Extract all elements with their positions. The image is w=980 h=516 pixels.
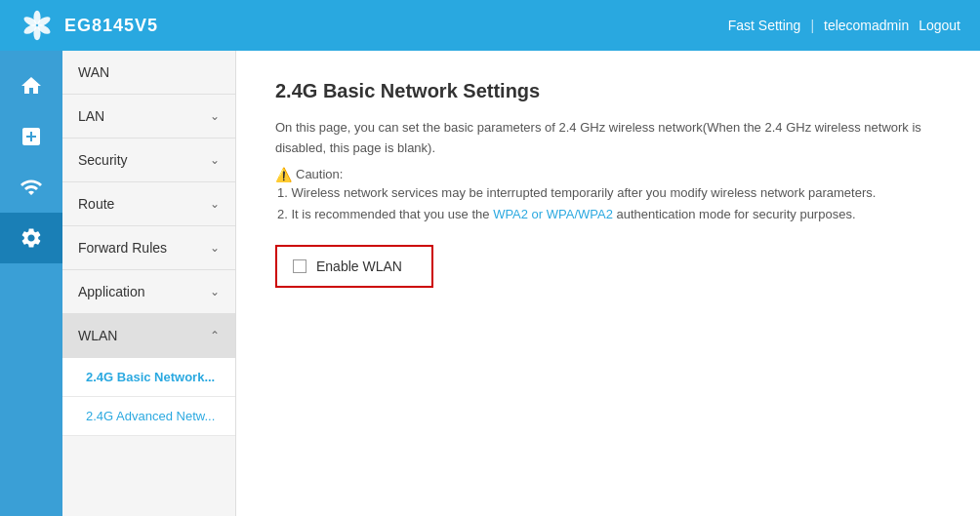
add-icon [20, 125, 43, 148]
nav-item-lan[interactable]: LAN ⌄ [62, 95, 235, 139]
huawei-logo-icon [20, 8, 55, 43]
header-divider: | [810, 18, 814, 33]
page-description: On this page, you can set the basic para… [275, 118, 941, 159]
sidebar-icon-add[interactable] [0, 111, 62, 162]
chevron-down-icon: ⌄ [210, 197, 220, 211]
content-area: 2.4G Basic Network Settings On this page… [236, 51, 980, 516]
nav-item-wan[interactable]: WAN [62, 51, 235, 95]
nav-sidebar: WAN LAN ⌄ Security ⌄ Route ⌄ Forward Rul… [62, 51, 236, 516]
nav-item-application-label: Application [78, 284, 145, 299]
nav-item-forward-rules[interactable]: Forward Rules ⌄ [62, 226, 235, 270]
nav-item-security[interactable]: Security ⌄ [62, 139, 235, 182]
app-title: EG8145V5 [64, 16, 158, 36]
nav-item-route-label: Route [78, 196, 114, 212]
caution-list: 1. Wireless network services may be inte… [275, 182, 941, 225]
enable-wlan-label: Enable WLAN [316, 258, 402, 274]
sidebar-icon-home[interactable] [0, 60, 62, 111]
wpa2-link: WPA2 or WPA/WPA2 [493, 207, 613, 221]
gear-icon [20, 226, 43, 250]
header: EG8145V5 Fast Setting | telecomadmin Log… [0, 0, 980, 51]
warning-icon: ⚠️ [275, 167, 292, 182]
signal-icon [20, 176, 43, 199]
fast-setting-link[interactable]: Fast Setting [728, 18, 801, 33]
nav-sub-item-2g-advanced[interactable]: 2.4G Advanced Netw... [62, 397, 235, 436]
chevron-down-icon: ⌄ [210, 285, 220, 298]
nav-sub-item-2g-basic-label: 2.4G Basic Network... [86, 370, 215, 384]
home-icon [20, 74, 43, 98]
enable-wlan-checkbox[interactable] [293, 259, 306, 273]
nav-sub-item-2g-basic[interactable]: 2.4G Basic Network... [62, 358, 235, 397]
nav-item-security-label: Security [78, 152, 128, 168]
enable-wlan-box[interactable]: Enable WLAN [275, 245, 433, 288]
nav-sub-item-2g-advanced-label: 2.4G Advanced Netw... [86, 409, 215, 423]
logout-link[interactable]: Logout [919, 18, 960, 33]
nav-item-wlan[interactable]: WLAN ⌃ [62, 314, 235, 358]
caution-title: ⚠️ Caution: [275, 167, 941, 182]
nav-item-forward-rules-label: Forward Rules [78, 240, 167, 256]
sidebar-icon-status[interactable] [0, 162, 62, 213]
sidebar-icon-settings[interactable] [0, 213, 62, 263]
nav-item-wlan-label: WLAN [78, 328, 117, 343]
chevron-down-icon: ⌄ [210, 153, 220, 167]
username-label: telecomadmin [824, 18, 909, 33]
chevron-down-icon: ⌄ [210, 109, 220, 123]
icon-sidebar [0, 51, 62, 516]
main-container: WAN LAN ⌄ Security ⌄ Route ⌄ Forward Rul… [0, 51, 980, 516]
chevron-down-icon: ⌄ [210, 241, 220, 255]
chevron-up-icon: ⌃ [210, 329, 220, 342]
page-title: 2.4G Basic Network Settings [275, 80, 941, 102]
nav-item-route[interactable]: Route ⌄ [62, 182, 235, 226]
nav-item-application[interactable]: Application ⌄ [62, 270, 235, 314]
logo-area: EG8145V5 [20, 8, 158, 43]
nav-item-wan-label: WAN [78, 64, 109, 80]
caution-item-1: 1. Wireless network services may be inte… [277, 182, 941, 204]
caution-item-2: 2. It is recommended that you use the WP… [277, 204, 941, 225]
caution-section: ⚠️ Caution: 1. Wireless network services… [275, 167, 941, 225]
nav-item-lan-label: LAN [78, 108, 104, 124]
header-right: Fast Setting | telecomadmin Logout [728, 18, 960, 33]
caution-title-label: Caution: [296, 167, 343, 181]
